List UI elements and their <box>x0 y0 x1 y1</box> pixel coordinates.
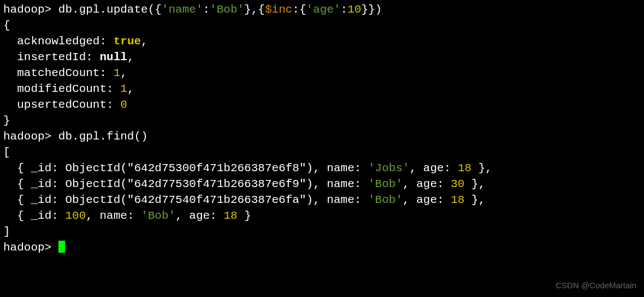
cmd-line-2: hadoop> db.gpl.find() <box>3 129 641 145</box>
cursor-icon <box>58 241 65 253</box>
name-val: 'Bob' <box>368 194 403 206</box>
cmd-text: db.gpl.update({ <box>58 3 162 16</box>
result-match: matchedCount: 1, <box>3 66 641 81</box>
val-1: 1 <box>114 67 121 79</box>
bracket-open: [ <box>3 145 641 161</box>
age-val: 18 <box>451 194 464 206</box>
colon: : <box>203 3 210 16</box>
inc-operator: $inc <box>265 3 292 16</box>
find-row: { _id: ObjectId("642d77530f471b266387e6f… <box>3 177 641 193</box>
age-key: age <box>189 209 210 222</box>
name-key: name <box>327 178 354 190</box>
id-key: _id <box>31 209 51 222</box>
oid: ObjectId("642d75300f471b266387e6f8") <box>65 162 313 174</box>
oid-num: 100 <box>65 209 86 222</box>
brace-open: { <box>3 18 641 34</box>
val-0: 0 <box>120 98 127 111</box>
age-val: 30 <box>451 178 464 190</box>
prompt: hadoop> <box>3 3 51 16</box>
find-row: { _id: ObjectId("642d75300f471b266387e6f… <box>3 161 641 177</box>
id-key: _id <box>31 178 51 190</box>
mid: },{ <box>244 3 265 16</box>
oid: ObjectId("642d77540f471b266387e6fa") <box>65 194 313 206</box>
bracket-close: ] <box>3 224 641 240</box>
cmd-text: db.gpl.find() <box>58 130 148 143</box>
prompt: hadoop> <box>3 130 51 143</box>
colon-brace: :{ <box>292 3 306 16</box>
find-row: { _id: 100, name: 'Bob', age: 18 } <box>3 208 641 224</box>
age-key: age <box>416 178 437 190</box>
prompt: hadoop> <box>3 241 51 254</box>
age-key: age <box>416 194 437 206</box>
watermark: CSDN @CodeMartain <box>556 280 636 292</box>
brace-close: } <box>3 113 641 129</box>
val-1: 1 <box>120 83 127 95</box>
name-val: 'Bob' <box>141 209 175 222</box>
age-val: 18 <box>458 162 471 174</box>
name-key: name <box>327 162 354 174</box>
key-match: matchedCount <box>17 67 99 79</box>
key-ups: upsertedCount <box>17 98 107 111</box>
number-10: 10 <box>347 3 361 16</box>
end: }}) <box>361 3 382 16</box>
val-true: true <box>114 35 141 48</box>
prompt-line[interactable]: hadoop> <box>3 240 641 256</box>
val-null: null <box>99 51 127 63</box>
key-mod: modifiedCount <box>17 83 107 95</box>
result-mod: modifiedCount: 1, <box>3 81 641 97</box>
age-key: age <box>423 162 444 174</box>
id-key: _id <box>31 194 51 206</box>
name-key: name <box>99 209 127 222</box>
name-val: 'Bob' <box>368 178 403 190</box>
colon: : <box>341 3 348 16</box>
result-ins: insertedId: null, <box>3 50 641 66</box>
name-key: name <box>327 194 354 206</box>
string-age: 'age' <box>306 3 341 16</box>
find-row: { _id: ObjectId("642d77540f471b266387e6f… <box>3 193 641 208</box>
id-key: _id <box>31 162 51 174</box>
cmd-line-1: hadoop> db.gpl.update({'name':'Bob'},{$i… <box>3 2 641 18</box>
name-val: 'Jobs' <box>368 162 410 174</box>
key-ins: insertedId <box>17 51 86 63</box>
result-ack: acknowledged: true, <box>3 34 641 50</box>
key-ack: acknowledged <box>17 35 99 48</box>
string-bob: 'Bob' <box>210 3 244 16</box>
string-name: 'name' <box>162 3 203 16</box>
age-val: 18 <box>223 209 237 222</box>
result-ups: upsertedCount: 0 <box>3 97 641 113</box>
oid: ObjectId("642d77530f471b266387e6f9") <box>65 178 313 190</box>
